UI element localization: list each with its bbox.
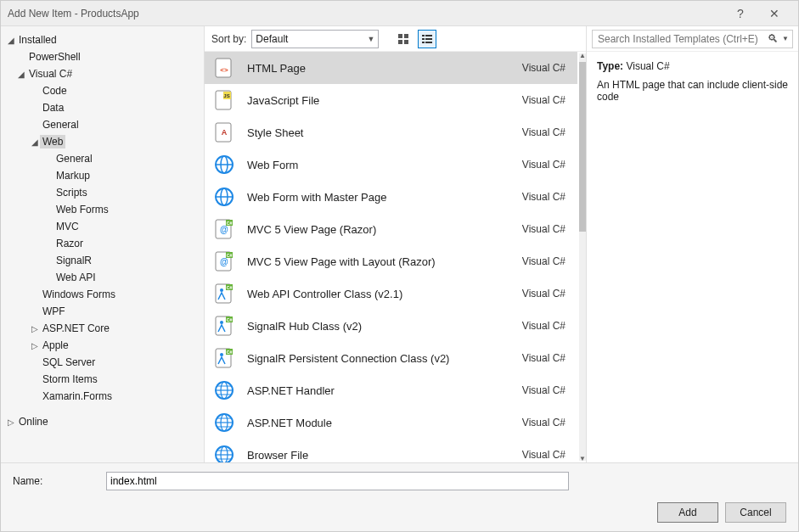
js-icon: JS bbox=[210, 86, 239, 115]
tree-web-markup[interactable]: Markup bbox=[1, 167, 204, 184]
template-row[interactable]: C#SignalR Persistent Connection Class (v… bbox=[205, 342, 577, 374]
view-list-button[interactable] bbox=[418, 30, 436, 48]
tree-general[interactable]: General bbox=[1, 116, 204, 133]
template-lang: Visual C# bbox=[522, 191, 569, 203]
template-lang: Visual C# bbox=[522, 94, 569, 106]
template-row[interactable]: AStyle SheetVisual C# bbox=[205, 116, 577, 148]
template-lang: Visual C# bbox=[522, 62, 569, 74]
template-row[interactable]: @C#MVC 5 View Page with Layout (Razor)Vi… bbox=[205, 245, 577, 277]
svg-text:C#: C# bbox=[227, 350, 233, 355]
razor-icon: @C# bbox=[210, 247, 239, 276]
titlebar: Add New Item - ProductsApp ? ✕ bbox=[1, 1, 798, 26]
template-name: JavaScript File bbox=[247, 94, 522, 107]
view-tiles-button[interactable] bbox=[394, 30, 413, 48]
template-name: Style Sheet bbox=[247, 126, 522, 139]
name-input[interactable] bbox=[106, 472, 569, 490]
tree-web-scripts[interactable]: Scripts bbox=[1, 184, 204, 201]
type-value: Visual C# bbox=[626, 60, 669, 72]
scroll-down-icon[interactable]: ▼ bbox=[579, 455, 586, 462]
tree-stormitems[interactable]: Storm Items bbox=[1, 371, 204, 388]
tree-web[interactable]: ◢ Web bbox=[1, 133, 204, 150]
razor-icon: @C# bbox=[210, 215, 239, 244]
details-panel: 🔍︎ ▼ Type: Visual C# An HTML page that c… bbox=[586, 26, 798, 462]
tree-visualcsharp[interactable]: ◢ Visual C# bbox=[1, 65, 204, 82]
tree-data[interactable]: Data bbox=[1, 99, 204, 116]
svg-rect-7 bbox=[425, 38, 432, 40]
template-name: Web Form bbox=[247, 159, 522, 171]
svg-text:C#: C# bbox=[227, 221, 233, 226]
scroll-up-icon[interactable]: ▲ bbox=[579, 52, 586, 59]
tree-web-webforms[interactable]: Web Forms bbox=[1, 201, 204, 218]
search-icon[interactable]: 🔍︎ bbox=[768, 32, 779, 45]
globe2-icon bbox=[210, 376, 239, 405]
sortby-combo[interactable]: Default ▼ bbox=[251, 30, 379, 48]
tree-web-webapi[interactable]: Web API bbox=[1, 269, 204, 286]
chevron-right-icon: ▷ bbox=[30, 341, 40, 350]
tree-web-general[interactable]: General bbox=[1, 150, 204, 167]
chevron-right-icon: ▷ bbox=[6, 417, 16, 427]
add-button[interactable]: Add bbox=[657, 502, 718, 523]
svg-rect-1 bbox=[404, 34, 408, 38]
chevron-down-icon: ◢ bbox=[6, 36, 16, 45]
template-row[interactable]: @C#MVC 5 View Page (Razor)Visual C# bbox=[205, 213, 577, 245]
tiles-icon bbox=[397, 33, 409, 45]
chevron-down-icon: ◢ bbox=[16, 70, 26, 79]
template-lang: Visual C# bbox=[522, 223, 569, 235]
tree-windowsforms[interactable]: Windows Forms bbox=[1, 286, 204, 303]
template-lang: Visual C# bbox=[522, 417, 569, 428]
cs-icon: C# bbox=[210, 311, 239, 340]
svg-rect-4 bbox=[422, 35, 425, 36]
tree-online[interactable]: ▷ Online bbox=[1, 413, 204, 430]
tree-web-signalr[interactable]: SignalR bbox=[1, 252, 204, 269]
template-description: Type: Visual C# An HTML page that can in… bbox=[587, 52, 798, 111]
template-name: MVC 5 View Page with Layout (Razor) bbox=[247, 255, 522, 268]
cs-icon: C# bbox=[210, 344, 239, 372]
category-tree: ◢ Installed PowerShell ◢ Visual C# Code … bbox=[1, 26, 205, 462]
tree-wpf[interactable]: WPF bbox=[1, 303, 204, 320]
tree-web-razor[interactable]: Razor bbox=[1, 235, 204, 252]
template-row[interactable]: Browser FileVisual C# bbox=[205, 439, 577, 462]
tree-powershell[interactable]: PowerShell bbox=[1, 48, 204, 65]
chevron-down-icon: ◢ bbox=[30, 137, 40, 147]
close-button[interactable]: ✕ bbox=[757, 1, 791, 26]
toolbar: Sort by: Default ▼ bbox=[205, 26, 586, 52]
scrollbar[interactable]: ▲ ▼ bbox=[579, 53, 586, 461]
tree-sqlserver[interactable]: SQL Server bbox=[1, 354, 204, 371]
list-icon bbox=[421, 33, 433, 45]
tree-web-mvc[interactable]: MVC bbox=[1, 218, 204, 235]
cs-icon: C# bbox=[210, 279, 239, 308]
tree-apple[interactable]: ▷ Apple bbox=[1, 337, 204, 354]
chevron-right-icon: ▷ bbox=[30, 324, 40, 333]
template-lang: Visual C# bbox=[522, 384, 569, 396]
template-row[interactable]: C#Web API Controller Class (v2.1)Visual … bbox=[205, 277, 577, 310]
template-row[interactable]: <>HTML PageVisual C# bbox=[205, 52, 577, 84]
tree-xamarinforms[interactable]: Xamarin.Forms bbox=[1, 388, 204, 405]
template-name: ASP.NET Module bbox=[247, 417, 522, 429]
cancel-button[interactable]: Cancel bbox=[725, 502, 786, 523]
chevron-down-icon[interactable]: ▼ bbox=[782, 35, 789, 42]
template-row[interactable]: C#SignalR Hub Class (v2)Visual C# bbox=[205, 310, 577, 342]
svg-rect-8 bbox=[422, 42, 425, 43]
template-name: HTML Page bbox=[247, 62, 522, 75]
template-name: Web API Controller Class (v2.1) bbox=[247, 288, 522, 300]
svg-text:C#: C# bbox=[227, 317, 233, 322]
template-row[interactable]: Web FormVisual C# bbox=[205, 148, 577, 181]
search-box[interactable]: 🔍︎ ▼ bbox=[592, 30, 793, 48]
template-name: Browser File bbox=[247, 449, 522, 462]
scroll-thumb[interactable] bbox=[579, 62, 586, 232]
globe-icon bbox=[210, 182, 239, 211]
tree-aspnetcore[interactable]: ▷ ASP.NET Core bbox=[1, 320, 204, 337]
chevron-down-icon: ▼ bbox=[367, 35, 374, 43]
template-row[interactable]: ASP.NET HandlerVisual C# bbox=[205, 374, 577, 406]
tree-code[interactable]: Code bbox=[1, 82, 204, 99]
template-row[interactable]: ASP.NET ModuleVisual C# bbox=[205, 406, 577, 439]
tree-installed[interactable]: ◢ Installed bbox=[1, 31, 204, 48]
help-button[interactable]: ? bbox=[723, 1, 757, 26]
dialog-body: ◢ Installed PowerShell ◢ Visual C# Code … bbox=[1, 26, 798, 462]
search-input[interactable] bbox=[596, 32, 768, 46]
template-row[interactable]: JSJavaScript FileVisual C# bbox=[205, 84, 577, 116]
template-name: ASP.NET Handler bbox=[247, 384, 522, 397]
template-row[interactable]: Web Form with Master PageVisual C# bbox=[205, 181, 577, 213]
template-lang: Visual C# bbox=[522, 126, 569, 138]
template-name: SignalR Hub Class (v2) bbox=[247, 320, 522, 333]
